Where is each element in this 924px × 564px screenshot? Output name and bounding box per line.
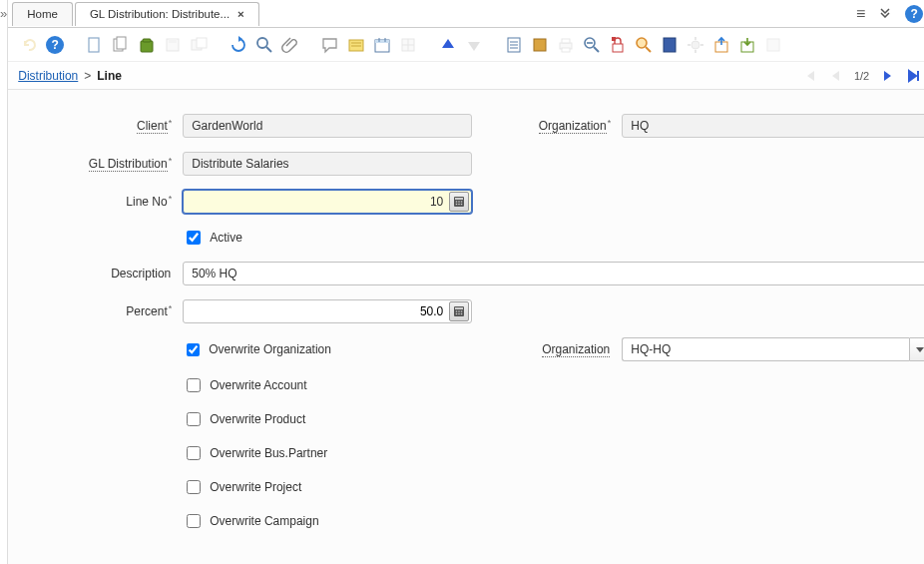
label-ov-org: Overwrite Organization: [209, 342, 331, 356]
input-percent[interactable]: [192, 303, 447, 319]
calculator-button-percent[interactable]: [449, 301, 469, 321]
breadcrumb-sep: >: [84, 69, 91, 83]
parent-nav-up-icon[interactable]: [437, 34, 459, 56]
collapse-icon[interactable]: [879, 6, 891, 21]
report-icon[interactable]: [503, 34, 525, 56]
tab-home-label: Home: [27, 8, 58, 20]
tab-home[interactable]: Home: [12, 2, 73, 26]
search-icon[interactable]: [253, 34, 275, 56]
attachment-icon[interactable]: [279, 34, 301, 56]
label-client: Client: [8, 119, 173, 133]
dropdown-button-org2[interactable]: [909, 337, 924, 361]
chat-icon[interactable]: [319, 34, 341, 56]
archive-icon[interactable]: [529, 34, 551, 56]
svg-point-34: [637, 38, 647, 48]
breadcrumb-parent[interactable]: Distribution: [18, 69, 78, 83]
svg-rect-15: [375, 40, 389, 43]
svg-point-9: [257, 38, 267, 48]
svg-rect-28: [562, 48, 570, 52]
breadcrumb-current: Line: [97, 69, 122, 83]
print-icon: [555, 34, 577, 56]
grid-toggle-icon: [397, 34, 419, 56]
undo-icon: [18, 34, 40, 56]
svg-rect-54: [455, 307, 463, 309]
field-organization: HQ: [622, 114, 924, 138]
lock-icon[interactable]: [607, 34, 629, 56]
label-gl-distribution: GL Distribution: [8, 157, 173, 171]
svg-line-35: [646, 47, 651, 52]
next-record-icon[interactable]: [881, 69, 895, 83]
help-toolbar-icon[interactable]: ?: [44, 34, 66, 56]
menu-icon[interactable]: [856, 5, 865, 23]
svg-rect-2: [117, 37, 126, 49]
checkbox-ov-campaign[interactable]: [187, 514, 201, 528]
checkbox-ov-bpartner[interactable]: [187, 446, 201, 460]
tabs-bar: Home GL Distribution: Distribute... × ?: [8, 0, 924, 28]
customize-icon: [762, 34, 784, 56]
label-line-no: Line No: [8, 195, 173, 209]
svg-rect-36: [664, 38, 676, 52]
save-record-icon: [162, 34, 184, 56]
zoom-across-icon[interactable]: [633, 34, 655, 56]
field-client: GardenWorld: [183, 114, 472, 138]
checkbox-ov-org[interactable]: [187, 343, 200, 356]
field-line-no[interactable]: [183, 190, 472, 214]
field-organization2[interactable]: HQ-HQ: [622, 337, 924, 361]
label-organization: Organization: [482, 119, 612, 133]
checkbox-ov-project[interactable]: [187, 480, 201, 494]
svg-line-31: [594, 47, 599, 52]
close-tab-icon[interactable]: ×: [237, 8, 244, 20]
refresh-icon[interactable]: [228, 34, 249, 56]
import-icon[interactable]: [736, 34, 758, 56]
input-line-no[interactable]: [192, 194, 447, 210]
tab-active-label: GL Distribution: Distribute...: [90, 8, 230, 20]
note-icon[interactable]: [345, 34, 367, 56]
svg-rect-0: [89, 38, 99, 52]
label-ov-bpartner: Overwrite Bus.Partner: [210, 446, 327, 460]
svg-rect-6: [169, 39, 177, 43]
calendar-icon[interactable]: [371, 34, 393, 56]
help-icon[interactable]: ?: [905, 5, 923, 23]
svg-rect-27: [562, 39, 570, 43]
label-ov-project: Overwrite Project: [210, 480, 301, 494]
checkbox-active[interactable]: [187, 231, 201, 245]
pager: 1/2: [802, 69, 921, 83]
label-organization2: Organization: [482, 342, 612, 356]
svg-point-59: [458, 313, 460, 315]
page-count: 1/2: [854, 70, 869, 82]
tab-gl-distribution[interactable]: GL Distribution: Distribute... ×: [75, 2, 259, 26]
label-active: Active: [210, 231, 242, 245]
label-ov-account: Overwrite Account: [210, 378, 306, 392]
field-percent[interactable]: [183, 299, 472, 323]
active-wf-icon[interactable]: [659, 34, 681, 56]
toolbar: ?: [8, 28, 924, 62]
zoom-out-icon[interactable]: [581, 34, 603, 56]
prev-record-icon: [828, 69, 842, 83]
checkbox-ov-product[interactable]: [187, 412, 201, 426]
export-icon[interactable]: [710, 34, 732, 56]
gear-icon: [685, 34, 706, 56]
svg-point-52: [461, 204, 463, 206]
copy-record-icon[interactable]: [110, 34, 132, 56]
new-record-icon[interactable]: [84, 34, 106, 56]
label-ov-campaign: Overwrite Campaign: [210, 514, 318, 528]
label-description: Description: [8, 267, 173, 281]
parent-nav-down-icon: [463, 34, 485, 56]
last-record-icon[interactable]: [907, 69, 921, 83]
delete-record-icon[interactable]: [136, 34, 158, 56]
svg-rect-46: [455, 198, 463, 200]
svg-point-51: [458, 204, 460, 206]
svg-point-56: [458, 310, 460, 312]
svg-line-10: [266, 47, 271, 52]
checkbox-ov-account[interactable]: [187, 378, 201, 392]
svg-rect-33: [612, 37, 616, 41]
svg-point-55: [456, 310, 458, 312]
svg-rect-3: [141, 41, 153, 52]
svg-rect-44: [767, 39, 779, 51]
svg-rect-4: [143, 39, 151, 42]
calculator-button[interactable]: [449, 192, 469, 212]
expand-sidebar-icon[interactable]: [0, 6, 7, 21]
save-new-icon: [188, 34, 210, 56]
first-record-icon: [802, 69, 816, 83]
field-description[interactable]: 50% HQ: [183, 262, 924, 285]
